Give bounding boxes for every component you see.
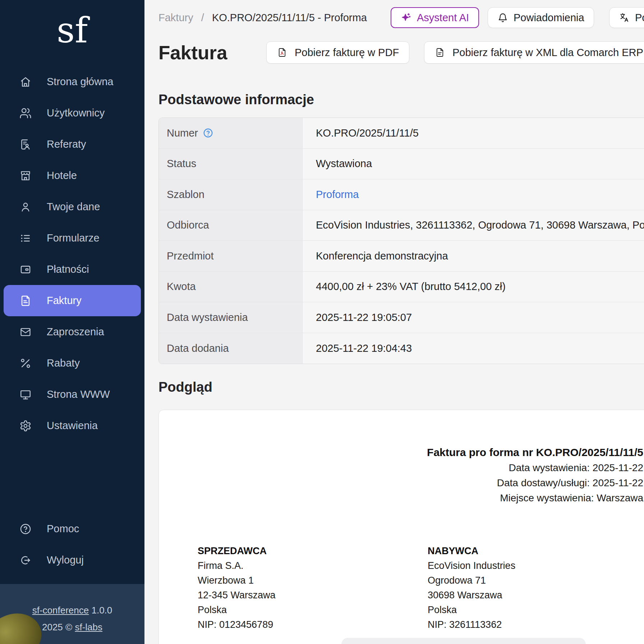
- invoice-issue-place: Miejsce wystawienia: Warszawa: [427, 491, 643, 506]
- app-name-link[interactable]: sf-conference: [32, 605, 89, 616]
- wallet-icon: [19, 263, 32, 276]
- invoice-header: Faktura pro forma nr KO.PRO/2025/11/11/5…: [427, 445, 643, 506]
- info-value: Proforma: [303, 179, 644, 210]
- download-pdf-button[interactable]: Pobierz fakturę w PDF: [266, 41, 409, 64]
- store-icon: [19, 170, 32, 182]
- sidebar-item-label: Strona główna: [47, 76, 113, 88]
- breadcrumb-parent-link[interactable]: Faktury: [158, 12, 193, 23]
- preview-heading: Podgląd: [158, 380, 212, 395]
- info-value: Wystawiona: [303, 149, 644, 179]
- sidebar-item-label: Zaproszenia: [47, 326, 104, 338]
- info-label: Data dodania: [159, 333, 303, 364]
- info-value: 2025-11-22 19:05:07: [303, 302, 644, 333]
- info-value: EcoVision Industries, 3261113362, Ogrodo…: [303, 210, 644, 241]
- sidebar-item-referaty[interactable]: Referaty: [0, 129, 144, 160]
- user-icon: [19, 201, 32, 213]
- download-xml-button[interactable]: Pobierz fakturę w XML dla Comarch ERP Op…: [424, 41, 644, 64]
- sidebar-item-rabaty[interactable]: Rabaty: [0, 348, 144, 379]
- seller-name: Firma S.A.: [198, 558, 276, 573]
- sidebar-item-wyloguj[interactable]: Wyloguj: [0, 544, 144, 576]
- sidebar-nav: Strona główna Użytkownicy Referaty Hotel…: [0, 66, 144, 441]
- language-label: Polski: [635, 12, 644, 24]
- sidebar: sf Strona główna Użytkownicy Referaty Ho…: [0, 0, 144, 644]
- seller-nip: NIP: 0123456789: [198, 617, 276, 632]
- seller-city: 12-345 Warszawa: [198, 588, 276, 603]
- info-row-numer: Numer KO.PRO/2025/11/11/5: [159, 118, 644, 149]
- sparkles-icon: [401, 12, 411, 23]
- download-pdf-label: Pobierz fakturę w PDF: [295, 47, 399, 59]
- sidebar-item-label: Strona WWW: [47, 388, 110, 400]
- basic-info-heading: Podstawowe informacje: [158, 92, 314, 107]
- breadcrumb: Faktury / KO.PRO/2025/11/11/5 - Proforma: [158, 12, 367, 24]
- mail-icon: [19, 326, 32, 338]
- seller-street: Wierzbowa 1: [198, 573, 276, 588]
- copyright-prefix: 2025 ©: [42, 622, 75, 632]
- page-title: Faktura: [158, 42, 227, 64]
- info-label: Odbiorca: [159, 210, 303, 241]
- sidebar-item-pomoc[interactable]: Pomoc: [0, 513, 144, 544]
- sidebar-item-hotele[interactable]: Hotele: [0, 160, 144, 191]
- info-row-data-wystawienia: Data wystawienia 2025-11-22 19:05:07: [159, 302, 644, 333]
- info-value: 4400,00 zł + 23% VAT (brutto 5412,00 zł): [303, 272, 644, 302]
- list-icon: [19, 232, 32, 244]
- sidebar-item-strona-www[interactable]: Strona WWW: [0, 379, 144, 410]
- question-circle-icon: [19, 523, 32, 535]
- monitor-icon: [19, 388, 32, 401]
- basic-info-table: Numer KO.PRO/2025/11/11/5 Status Wystawi…: [158, 118, 644, 364]
- sidebar-item-uzytkownicy[interactable]: Użytkownicy: [0, 97, 144, 129]
- buyer-street: Ogrodowa 71: [428, 573, 515, 588]
- invoice-buyer-block: NABYWCA EcoVision Industries Ogrodowa 71…: [428, 544, 515, 632]
- app-logo[interactable]: sf: [0, 5, 144, 55]
- sidebar-item-label: Wyloguj: [47, 554, 84, 566]
- pdf-file-icon: [277, 47, 288, 58]
- sidebar-item-strona-glowna[interactable]: Strona główna: [0, 66, 144, 97]
- app-version: 1.0.0: [91, 605, 112, 616]
- info-row-odbiorca: Odbiorca EcoVision Industries, 326111336…: [159, 210, 644, 241]
- info-row-przedmiot: Przedmiot Konferencja demonstracyjna: [159, 241, 644, 272]
- invoice-title: Faktura pro forma nr KO.PRO/2025/11/11/5: [427, 445, 643, 460]
- sidebar-item-label: Referaty: [47, 138, 86, 150]
- sidebar-item-label: Użytkownicy: [47, 107, 105, 119]
- buyer-heading: NABYWCA: [428, 544, 515, 558]
- sidebar-item-zaproszenia[interactable]: Zaproszenia: [0, 316, 144, 348]
- org-link[interactable]: sf-labs: [75, 622, 102, 632]
- info-row-szablon: Szablon Proforma: [159, 179, 644, 210]
- breadcrumb-separator: /: [201, 12, 204, 23]
- sidebar-item-faktury[interactable]: Faktury: [4, 285, 141, 316]
- sidebar-item-ustawienia[interactable]: Ustawienia: [0, 410, 144, 441]
- file-user-icon: [19, 138, 32, 151]
- info-label: Szablon: [159, 179, 303, 210]
- sidebar-item-label: Ustawienia: [47, 420, 98, 432]
- info-row-data-dodania: Data dodania 2025-11-22 19:04:43: [159, 333, 644, 364]
- info-label: Data wystawienia: [159, 302, 303, 333]
- invoice-next-section-peek: [341, 638, 586, 644]
- info-row-status: Status Wystawiona: [159, 149, 644, 180]
- sidebar-item-platnosci[interactable]: Płatności: [0, 254, 144, 285]
- info-value: Konferencja demonstracyjna: [303, 241, 644, 271]
- sidebar-item-label: Formularze: [47, 232, 100, 244]
- notifications-label: Powiadomienia: [514, 12, 584, 24]
- percent-icon: [19, 357, 32, 369]
- sidebar-item-label: Hotele: [47, 170, 77, 181]
- download-xml-label: Pobierz fakturę w XML dla Comarch ERP Op…: [452, 47, 644, 59]
- file-icon: [19, 295, 32, 307]
- sidebar-item-label: Rabaty: [47, 357, 80, 369]
- language-button[interactable]: Polski: [609, 7, 644, 28]
- notifications-button[interactable]: Powiadomienia: [488, 7, 594, 28]
- info-value: KO.PRO/2025/11/11/5: [303, 118, 644, 148]
- template-link[interactable]: Proforma: [316, 189, 359, 201]
- invoice-preview-card: Faktura pro forma nr KO.PRO/2025/11/11/5…: [158, 410, 644, 644]
- sidebar-item-label: Płatności: [47, 263, 89, 275]
- sidebar-item-twoje-dane[interactable]: Twoje dane: [0, 191, 144, 222]
- gear-icon: [19, 420, 32, 432]
- info-label: Status: [159, 149, 303, 179]
- app-screen: sf Strona główna Użytkownicy Referaty Ho…: [0, 0, 644, 644]
- question-circle-icon[interactable]: [203, 128, 213, 138]
- buyer-city: 30698 Warszawa: [428, 588, 515, 603]
- buyer-nip: NIP: 3261113362: [428, 617, 515, 632]
- sidebar-item-label: Twoje dane: [47, 201, 100, 213]
- sidebar-item-formularze[interactable]: Formularze: [0, 222, 144, 254]
- breadcrumb-current: KO.PRO/2025/11/11/5 - Proforma: [212, 12, 367, 23]
- ai-assistant-button[interactable]: Asystent AI: [391, 7, 479, 28]
- sidebar-secondary-nav: Pomoc Wyloguj: [0, 513, 144, 576]
